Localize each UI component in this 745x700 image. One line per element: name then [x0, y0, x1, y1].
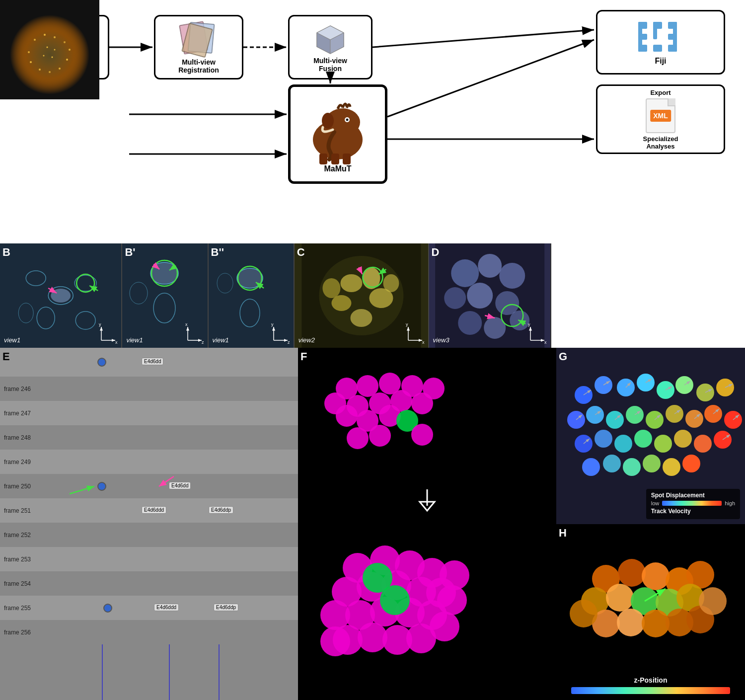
registration-box: Multi-view Registration — [154, 15, 243, 79]
timeline-row-248: frame 248 — [0, 425, 298, 450]
mamut-label: MaMuT — [324, 164, 351, 173]
frame-label-250: frame 250 — [4, 483, 31, 490]
section-label-f: F — [300, 350, 307, 363]
svg-point-179 — [430, 612, 459, 641]
spot-displacement-title: Spot Displacement — [651, 492, 735, 499]
svg-text:x: x — [544, 340, 547, 345]
axis-c: y x — [403, 323, 426, 345]
frame-label-248: frame 248 — [4, 434, 31, 441]
frame-label-249: frame 249 — [4, 459, 31, 466]
timeline-row-255: frame 255 E4d6ddd E4d6ddp — [0, 596, 298, 620]
svg-point-249 — [699, 587, 727, 615]
panel-b: B view1 y x — [0, 243, 122, 348]
svg-point-29 — [69, 49, 71, 51]
green-arrow-250 — [65, 476, 104, 496]
svg-line-135 — [70, 486, 94, 494]
cell-division-section: F — [298, 348, 556, 700]
velocity-visualization — [556, 355, 745, 509]
timeline-row-251: frame 251 E4d6ddd E4d6ddp — [0, 498, 298, 523]
registration-icon — [179, 20, 219, 55]
section-label-e: E — [2, 350, 10, 363]
svg-point-181 — [320, 626, 350, 656]
svg-point-235 — [642, 562, 670, 590]
svg-point-117 — [478, 254, 502, 278]
svg-rect-21 — [331, 154, 339, 164]
frame-label-256: frame 256 — [4, 629, 31, 636]
panel-b-label: B — [2, 246, 10, 259]
displacement-scale-row: low high — [651, 500, 735, 506]
timeline-row-252: frame 252 — [0, 523, 298, 547]
dot-255 — [103, 604, 112, 613]
svg-point-36 — [47, 47, 48, 48]
svg-point-220 — [634, 430, 652, 448]
timeline-row-246: frame 246 — [0, 377, 298, 401]
svg-rect-22 — [343, 154, 351, 164]
svg-point-104 — [383, 274, 399, 292]
svg-point-116 — [451, 259, 479, 287]
magenta-arrow-250 — [149, 474, 179, 494]
microscopy-section: B view1 y x B' vie — [0, 243, 551, 348]
svg-point-221 — [654, 435, 672, 453]
dot-0 — [97, 358, 106, 367]
panel-b-view-label: view1 — [4, 336, 20, 344]
svg-point-244 — [617, 609, 645, 636]
import-image — [0, 0, 99, 99]
z-position-visualization — [556, 529, 745, 678]
mammoth-icon — [305, 95, 370, 164]
z-position-section: H z-Position — [556, 524, 745, 700]
frame-label-255: frame 255 — [4, 605, 31, 612]
export-box: Export XML Specialized Analyses — [596, 84, 725, 154]
panel-d: D view3 y x — [429, 243, 551, 348]
svg-point-178 — [437, 585, 467, 615]
fiji-logo — [636, 19, 685, 57]
timeline-row-250: frame 250 E4d6dd — [0, 474, 298, 498]
panel-b-prime-view: view1 — [126, 336, 143, 344]
svg-point-25 — [34, 39, 36, 41]
svg-rect-14 — [653, 45, 662, 52]
low-label: low — [651, 500, 660, 506]
frame-label-247: frame 247 — [4, 410, 31, 417]
svg-text:z: z — [202, 340, 204, 345]
import-box: Import — [0, 0, 99, 99]
axis-bprime: x z — [183, 323, 205, 345]
timeline-row-256: frame 256 — [0, 620, 298, 644]
svg-point-18 — [346, 119, 349, 121]
svg-point-227 — [603, 455, 621, 472]
svg-text:x: x — [422, 340, 425, 345]
frame-label-252: frame 252 — [4, 532, 31, 539]
svg-rect-7 — [638, 22, 642, 52]
tag-0-1: E4d6dd — [142, 358, 163, 365]
svg-text:y: y — [271, 323, 274, 327]
svg-text:x: x — [185, 323, 188, 327]
panel-b-dbl-view: view1 — [213, 336, 229, 344]
zpos-colorbar — [571, 687, 730, 694]
svg-point-39 — [43, 55, 45, 57]
division-arrow — [412, 487, 442, 512]
svg-rect-9 — [653, 22, 657, 39]
svg-line-137 — [159, 476, 174, 486]
svg-point-229 — [643, 455, 661, 472]
spot-displacement-section: G — [556, 348, 745, 524]
displacement-color-bar — [662, 501, 722, 506]
registration-label: Multi-view Registration — [178, 58, 219, 74]
workflow-section: A Multi-view Dataset Multi-view Registra… — [0, 0, 745, 243]
svg-point-222 — [674, 430, 692, 448]
axis-bpp: y z — [269, 323, 291, 345]
svg-point-24 — [10, 15, 89, 94]
panel-c-label: C — [297, 246, 305, 259]
timeline-section: E E4d6dd frame 246 frame 247 frame 248 f… — [0, 348, 298, 700]
svg-point-102 — [350, 309, 372, 327]
svg-point-223 — [694, 435, 712, 453]
panel-c-view: view2 — [298, 336, 315, 344]
cube-icon — [313, 22, 348, 57]
svg-point-33 — [39, 69, 41, 71]
cell-cluster-bottom — [308, 518, 546, 687]
svg-point-230 — [663, 458, 680, 476]
svg-text:x: x — [115, 340, 118, 345]
svg-point-27 — [54, 36, 56, 38]
tag-251-2: E4d6ddp — [209, 506, 233, 514]
svg-point-231 — [682, 455, 700, 472]
cell-cluster-top — [308, 361, 546, 480]
svg-point-119 — [444, 287, 466, 309]
timeline-row-253: frame 253 — [0, 547, 298, 571]
